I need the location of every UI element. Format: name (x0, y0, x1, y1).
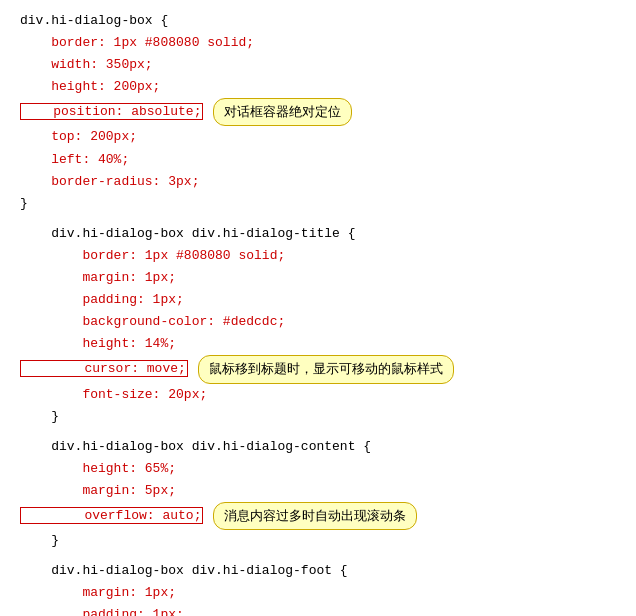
code-line: border-radius: 3px; (20, 171, 616, 193)
code-line: } (20, 530, 616, 552)
code-line: top: 200px; (20, 126, 616, 148)
code-block-3: div.hi-dialog-box div.hi-dialog-content … (20, 436, 616, 552)
code-line: width: 350px; (20, 54, 616, 76)
highlighted-line-wrap: position: absolute; 对话框容器绝对定位 (20, 98, 616, 126)
code-line: height: 65%; (20, 458, 616, 480)
highlighted-text-2: cursor: move; (20, 360, 188, 377)
code-line: background-color: #dedcdc; (20, 311, 616, 333)
highlighted-text-3: overflow: auto; (20, 507, 203, 524)
code-line: div.hi-dialog-box div.hi-dialog-title { (20, 223, 616, 245)
code-line: div.hi-dialog-box div.hi-dialog-foot { (20, 560, 616, 582)
highlighted-line-wrap-2: cursor: move; 鼠标移到标题时，显示可移动的鼠标样式 (20, 355, 616, 383)
code-line: margin: 5px; (20, 480, 616, 502)
code-line: height: 14%; (20, 333, 616, 355)
annotation-1: 对话框容器绝对定位 (213, 98, 352, 126)
code-line-highlighted: position: absolute; (20, 101, 203, 123)
code-block-4: div.hi-dialog-box div.hi-dialog-foot { m… (20, 560, 616, 616)
spacer (20, 215, 616, 223)
code-line: div.hi-dialog-box { (20, 10, 616, 32)
annotation-2: 鼠标移到标题时，显示可移动的鼠标样式 (198, 355, 454, 383)
code-block-1: div.hi-dialog-box { border: 1px #808080 … (20, 10, 616, 215)
code-line: border: 1px #808080 solid; (20, 32, 616, 54)
spacer (20, 552, 616, 560)
code-line: } (20, 406, 616, 428)
highlighted-text: position: absolute; (20, 103, 203, 120)
code-line: left: 40%; (20, 149, 616, 171)
code-line: border: 1px #808080 solid; (20, 245, 616, 267)
code-line-highlighted-3: overflow: auto; (20, 505, 203, 527)
code-line: margin: 1px; (20, 582, 616, 604)
spacer (20, 428, 616, 436)
code-line: padding: 1px; (20, 604, 616, 616)
code-line: padding: 1px; (20, 289, 616, 311)
highlighted-line-wrap-3: overflow: auto; 消息内容过多时自动出现滚动条 (20, 502, 616, 530)
code-display-area: div.hi-dialog-box { border: 1px #808080 … (0, 0, 636, 616)
code-line: font-size: 20px; (20, 384, 616, 406)
code-line-highlighted-2: cursor: move; (20, 358, 188, 380)
code-block-2: div.hi-dialog-box div.hi-dialog-title { … (20, 223, 616, 428)
code-line: margin: 1px; (20, 267, 616, 289)
annotation-3: 消息内容过多时自动出现滚动条 (213, 502, 417, 530)
code-line: div.hi-dialog-box div.hi-dialog-content … (20, 436, 616, 458)
code-line: } (20, 193, 616, 215)
code-line: height: 200px; (20, 76, 616, 98)
